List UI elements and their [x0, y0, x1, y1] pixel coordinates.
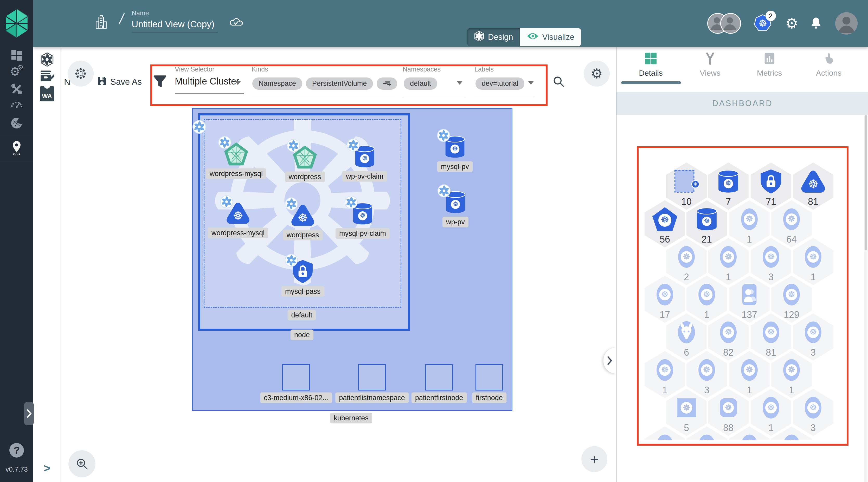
- canvas-empty-node[interactable]: [475, 364, 503, 390]
- panel-collapse-tab[interactable]: [603, 348, 616, 374]
- resource-count: 1: [768, 422, 774, 433]
- panel-scrollbar[interactable]: [864, 115, 867, 482]
- resource-hex-pentagon[interactable]: ☸ 56: [645, 200, 685, 248]
- svg-text:☸: ☸: [233, 209, 243, 222]
- user-avatar[interactable]: [835, 12, 858, 35]
- tab-views[interactable]: Views: [682, 51, 739, 77]
- meshery-swirl-icon[interactable]: [33, 53, 61, 67]
- save-as-icon[interactable]: [97, 76, 107, 87]
- sidebar-item-performance[interactable]: [0, 99, 33, 109]
- canvas-settings-button[interactable]: ⚙: [584, 61, 610, 87]
- resource-hex-bull[interactable]: 6: [666, 313, 707, 361]
- view-selector-value[interactable]: Multiple Cluster: [175, 76, 239, 87]
- svg-text:☸: ☸: [693, 182, 698, 187]
- resource-hex-k8s[interactable]: ☸ 3: [751, 238, 791, 285]
- canvas-node-deployment[interactable]: ☸: [224, 199, 252, 228]
- tab-visualize[interactable]: Visualize: [520, 28, 581, 46]
- sidebar-item-extensions[interactable]: [0, 117, 33, 129]
- resource-hex-volume[interactable]: ☸ 7: [708, 162, 749, 210]
- settings-gear-icon[interactable]: ⚙: [785, 16, 798, 31]
- filter-chip[interactable]: Namespace: [252, 77, 302, 90]
- resource-hex-k8s[interactable]: ☸ 1: [729, 351, 770, 398]
- k8s-icon: ☸: [802, 394, 824, 421]
- svg-text:☸: ☸: [703, 365, 710, 375]
- wasm-filter-icon[interactable]: WA: [33, 86, 61, 101]
- canvas-node-volume[interactable]: ☸: [441, 133, 469, 162]
- view-selector-caret[interactable]: [235, 81, 241, 85]
- resources-flower-button[interactable]: [68, 61, 94, 87]
- zoom-in-button[interactable]: [68, 450, 95, 477]
- resource-hex-k8s[interactable]: ☸ 82: [708, 313, 749, 361]
- scrollbar-thumb[interactable]: [865, 115, 867, 250]
- resource-hex-k8s[interactable]: ☸ 1: [645, 351, 685, 398]
- namespaces-caret[interactable]: [457, 81, 463, 85]
- resource-hex-k8s[interactable]: ☸ 1: [729, 200, 770, 248]
- tab-actions[interactable]: Actions: [800, 51, 857, 77]
- canvas-node-secret[interactable]: [288, 258, 317, 287]
- filter-chip[interactable]: default: [404, 77, 437, 90]
- filter-chip[interactable]: PersistentVolume: [306, 77, 373, 90]
- filter-chip[interactable]: dev=tutorial: [475, 77, 524, 90]
- tab-metrics[interactable]: Metrics: [741, 51, 798, 77]
- resource-hex-square[interactable]: ☸ 5: [666, 389, 707, 436]
- resource-hex-secret[interactable]: 71: [751, 162, 791, 210]
- canvas-node-deployment[interactable]: ☸: [288, 201, 317, 230]
- resource-hex-k8s[interactable]: ☸ 3: [686, 351, 727, 398]
- resource-hex-k8s[interactable]: ☸ 1: [686, 276, 727, 323]
- save-as-button[interactable]: Save As: [110, 77, 142, 87]
- resource-count: 21: [702, 234, 712, 245]
- resource-hex-k8s[interactable]: ☸ 1: [771, 351, 812, 398]
- resource-hex-k8s[interactable]: ☸ 3: [793, 389, 833, 436]
- canvas-empty-node[interactable]: [282, 364, 310, 390]
- canvas-node-volume[interactable]: ☸: [348, 200, 377, 228]
- notifications-bell-icon[interactable]: [810, 17, 822, 30]
- resource-hex-namespace[interactable]: ☸ 10: [666, 162, 707, 210]
- organization-icon[interactable]: [95, 15, 107, 31]
- collaborator-avatar[interactable]: [720, 13, 741, 34]
- resource-hex-k8s[interactable]: ☸ 3: [793, 313, 833, 361]
- kubernetes-context-switcher[interactable]: ☸ 2: [753, 14, 772, 32]
- resource-hex-k8s[interactable]: ☸ 81: [751, 313, 791, 361]
- sidebar-item-dashboard[interactable]: [0, 50, 33, 61]
- svg-text:☸: ☸: [787, 365, 795, 375]
- resource-hex-k8s[interactable]: ☸ 1: [751, 389, 791, 436]
- designs-drawer-edit-icon[interactable]: [33, 70, 61, 83]
- k8s-icon: ☸: [781, 356, 802, 384]
- tab-details[interactable]: Details: [622, 51, 679, 77]
- help-button[interactable]: ?: [9, 443, 24, 457]
- meshery-logo[interactable]: [4, 8, 30, 40]
- resource-hex-k8s[interactable]: ☸ 129: [771, 276, 812, 323]
- kinds-caret[interactable]: [384, 81, 390, 85]
- resource-hex-volume[interactable]: ☸ 21: [686, 200, 727, 248]
- canvas-empty-node[interactable]: [358, 364, 386, 390]
- add-node-button[interactable]: +: [581, 446, 608, 472]
- resource-hex-k8s[interactable]: ☸ 1: [708, 238, 749, 285]
- namespace-icon: ☸: [674, 168, 700, 195]
- canvas-node-volume[interactable]: ☸: [350, 143, 379, 171]
- resource-hex-k8s[interactable]: ☸ 1: [793, 238, 833, 285]
- resource-hex-deployment[interactable]: ☸ 81: [793, 162, 833, 210]
- rail-expand-chevron[interactable]: >: [33, 462, 61, 475]
- view-name-input[interactable]: Untitled View (Copy): [132, 19, 218, 29]
- svg-text:☸: ☸: [683, 252, 690, 261]
- canvas-empty-node[interactable]: [425, 364, 453, 390]
- resource-hex-users[interactable]: 137: [729, 276, 770, 323]
- sidebar-expand-tab[interactable]: [24, 402, 34, 425]
- tab-design[interactable]: Design: [467, 28, 520, 46]
- k8s-icon: ☸: [739, 356, 760, 384]
- resource-hex-k8s[interactable]: ☸ 17: [645, 276, 685, 323]
- sidebar-item-configuration[interactable]: [0, 83, 33, 95]
- canvas-node-volume[interactable]: ☸: [441, 189, 470, 217]
- labels-caret[interactable]: [528, 81, 534, 85]
- svg-text:☸: ☸: [661, 289, 669, 299]
- resource-hex-k8s[interactable]: ☸ 2: [666, 238, 707, 285]
- canvas-node-service[interactable]: [222, 140, 250, 169]
- resource-hex-k8s[interactable]: ☸ 64: [771, 200, 812, 248]
- search-icon[interactable]: [553, 75, 565, 89]
- sidebar-item-lifecycle[interactable]: ⚙ ⚙: [0, 66, 33, 77]
- sidebar-item-kanvas[interactable]: [0, 140, 33, 156]
- canvas-node-service[interactable]: [290, 143, 319, 172]
- resource-hex-roundsquare[interactable]: ☸ 88: [708, 389, 749, 436]
- view-name-field[interactable]: Name Untitled View (Copy): [132, 9, 218, 33]
- sync-swirl-badge: [287, 139, 301, 153]
